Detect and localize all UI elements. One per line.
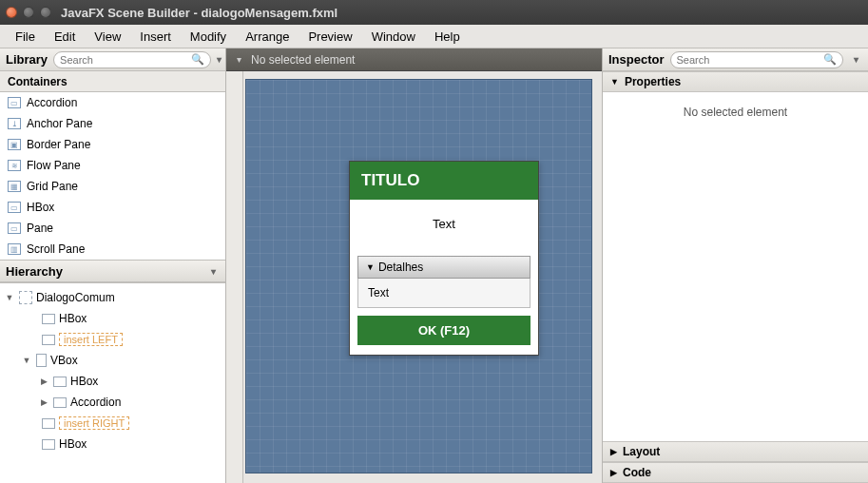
content-status: No selected element xyxy=(251,53,355,67)
chevron-right-icon: ▶ xyxy=(610,447,617,456)
library-menu-dropdown[interactable]: ▾ xyxy=(217,54,222,65)
accordion-content[interactable]: Text xyxy=(357,279,530,308)
disclosure-icon[interactable]: ▶ xyxy=(38,397,49,407)
hierarchy-tree: ▼DialogoComum HBox insert LEFT ▼VBox ▶HB… xyxy=(0,282,225,483)
accordion-header[interactable]: ▼Detalhes xyxy=(357,256,530,279)
window-controls xyxy=(6,7,51,18)
menu-preview[interactable]: Preview xyxy=(299,27,361,47)
container-icon: ≋ xyxy=(8,160,21,171)
menu-window[interactable]: Window xyxy=(362,27,425,47)
ok-button[interactable]: OK (F12) xyxy=(357,316,530,345)
library-header: Library 🔍 ▾ xyxy=(0,48,225,71)
menu-arrange[interactable]: Arrange xyxy=(236,27,299,47)
tree-placeholder-label: insert RIGHT xyxy=(59,416,129,430)
chevron-down-icon: ▼ xyxy=(610,77,619,87)
tree-label: HBox xyxy=(70,375,98,388)
hierarchy-menu-dropdown[interactable]: ▾ xyxy=(206,266,220,277)
tree-label: HBox xyxy=(59,437,87,451)
dialog-title[interactable]: TITULO xyxy=(350,162,538,200)
library-item-border-pane[interactable]: ▣Border Pane xyxy=(0,134,225,155)
hbox-icon xyxy=(42,314,55,324)
search-icon: 🔍 xyxy=(191,53,204,66)
close-icon[interactable] xyxy=(6,7,17,18)
library-item-flow-pane[interactable]: ≋Flow Pane xyxy=(0,155,225,176)
tree-row[interactable]: ▼VBox xyxy=(0,350,225,371)
library-section-header[interactable]: Containers xyxy=(0,71,225,92)
menu-help[interactable]: Help xyxy=(425,27,470,47)
container-icon: ▦ xyxy=(8,181,21,192)
dialog-body-text[interactable]: Text xyxy=(350,200,538,248)
design-canvas-wrapper: TITULO Text ▼Detalhes Text OK (F12) xyxy=(226,71,602,483)
chevron-down-icon: ▼ xyxy=(366,262,375,272)
hierarchy-header: Hierarchy ▾ xyxy=(0,260,225,282)
tree-label: HBox xyxy=(59,312,87,325)
minimize-icon[interactable] xyxy=(23,7,34,18)
content-menu-dropdown[interactable]: ▾ xyxy=(232,54,245,65)
hbox-icon xyxy=(53,377,67,387)
library-search[interactable]: 🔍 xyxy=(53,51,211,68)
menu-modify[interactable]: Modify xyxy=(181,27,236,47)
inspector-section-code[interactable]: ▶Code xyxy=(603,462,868,483)
library-item-label: Flow Pane xyxy=(27,159,81,172)
left-panel: Library 🔍 ▾ Containers ▭Accordion ⤓Ancho… xyxy=(0,48,226,483)
library-item-grid-pane[interactable]: ▦Grid Pane xyxy=(0,176,225,197)
menu-bar: File Edit View Insert Modify Arrange Pre… xyxy=(0,25,868,48)
design-canvas[interactable]: TITULO Text ▼Detalhes Text OK (F12) xyxy=(245,79,592,473)
content-panel: ▾ No selected element TITULO Text ▼Detal… xyxy=(226,48,602,483)
inspector-search[interactable]: 🔍 xyxy=(670,51,843,68)
library-title: Library xyxy=(6,52,48,67)
tree-row[interactable]: ▶Accordion xyxy=(0,392,225,413)
menu-insert[interactable]: Insert xyxy=(130,27,181,47)
maximize-icon[interactable] xyxy=(40,7,51,18)
slot-icon xyxy=(42,335,55,345)
tree-placeholder-label: insert LEFT xyxy=(59,333,123,346)
tree-row-placeholder[interactable]: insert RIGHT xyxy=(0,413,225,434)
tree-label: VBox xyxy=(50,354,78,367)
menu-view[interactable]: View xyxy=(85,27,130,47)
inspector-search-input[interactable] xyxy=(677,54,823,66)
dialog-preview[interactable]: TITULO Text ▼Detalhes Text OK (F12) xyxy=(349,161,539,356)
library-item-label: Accordion xyxy=(27,96,77,109)
library-item-anchor-pane[interactable]: ⤓Anchor Pane xyxy=(0,113,225,134)
search-icon: 🔍 xyxy=(823,53,837,66)
inspector-section-layout[interactable]: ▶Layout xyxy=(603,441,868,462)
library-item-accordion[interactable]: ▭Accordion xyxy=(0,92,225,113)
vbox-icon xyxy=(36,354,47,367)
hierarchy-title: Hierarchy xyxy=(6,264,63,279)
window-titlebar: JavaFX Scene Builder - dialogoMensagem.f… xyxy=(0,0,868,25)
tree-row-root[interactable]: ▼DialogoComum xyxy=(0,287,225,308)
library-item-pane[interactable]: ▭Pane xyxy=(0,218,225,239)
window-title: JavaFX Scene Builder - dialogoMensagem.f… xyxy=(61,6,338,20)
library-search-input[interactable] xyxy=(60,54,191,66)
container-icon xyxy=(19,291,32,304)
inspector-title: Inspector xyxy=(608,52,665,67)
content-header: ▾ No selected element xyxy=(226,48,602,71)
dialog-accordion[interactable]: ▼Detalhes Text xyxy=(357,256,530,308)
hbox-icon xyxy=(42,439,55,450)
menu-file[interactable]: File xyxy=(6,27,45,47)
library-list: ▭Accordion ⤓Anchor Pane ▣Border Pane ≋Fl… xyxy=(0,92,225,260)
chevron-right-icon: ▶ xyxy=(610,468,617,477)
disclosure-icon[interactable]: ▼ xyxy=(21,356,32,365)
accordion-header-label: Detalhes xyxy=(378,261,423,274)
tree-row[interactable]: HBox xyxy=(0,434,225,454)
menu-edit[interactable]: Edit xyxy=(45,27,85,47)
library-item-hbox[interactable]: ▭HBox xyxy=(0,197,225,218)
tree-row-placeholder[interactable]: insert LEFT xyxy=(0,329,225,350)
library-item-label: Scroll Pane xyxy=(27,242,85,256)
inspector-panel: Inspector 🔍 ▾ ▼Properties No selected el… xyxy=(602,48,868,483)
inspector-menu-dropdown[interactable]: ▾ xyxy=(849,54,862,65)
tree-row[interactable]: HBox xyxy=(0,308,225,329)
tree-row[interactable]: ▶HBox xyxy=(0,371,225,392)
disclosure-icon[interactable]: ▶ xyxy=(38,377,49,386)
inspector-body: No selected element xyxy=(603,92,868,441)
section-label: Layout xyxy=(623,445,660,458)
disclosure-icon[interactable]: ▼ xyxy=(4,293,15,302)
canvas-scrollbar[interactable] xyxy=(226,71,243,483)
inspector-section-properties[interactable]: ▼Properties xyxy=(603,71,868,92)
library-item-scroll-pane[interactable]: ▥Scroll Pane xyxy=(0,239,225,260)
library-item-label: Border Pane xyxy=(27,138,90,151)
tree-label: Accordion xyxy=(70,396,121,409)
container-icon: ▣ xyxy=(8,139,21,150)
accordion-icon xyxy=(53,397,67,408)
